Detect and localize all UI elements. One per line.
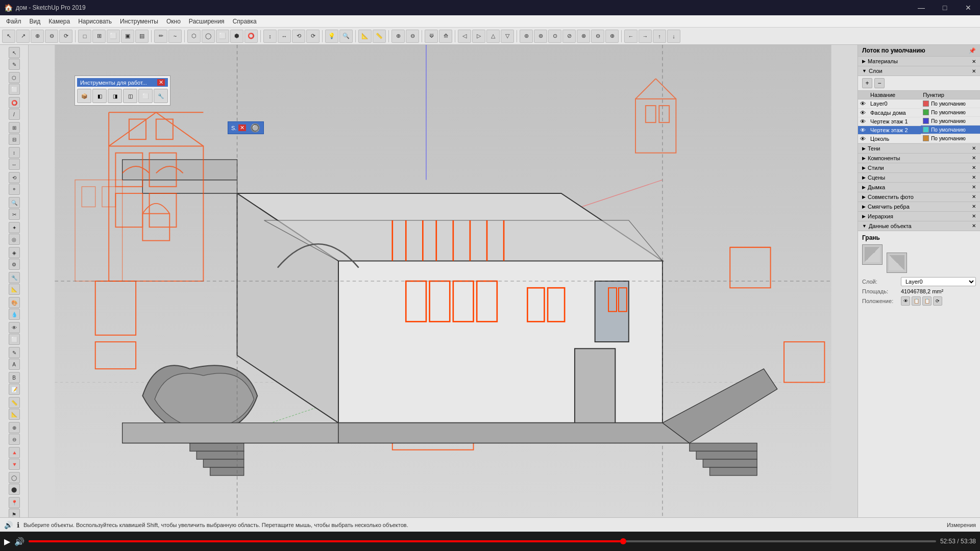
- ft-tool-6[interactable]: 🔧: [154, 89, 168, 103]
- status-speaker-icon[interactable]: 🔊: [4, 521, 13, 529]
- left-tool-7[interactable]: ⊟: [9, 134, 20, 145]
- close-section-soften-edges[interactable]: ✕: [972, 204, 976, 209]
- layer-row[interactable]: 👁 Цоколь По умолчанию: [858, 134, 980, 143]
- close-section-styles[interactable]: ✕: [972, 165, 976, 170]
- pin-icon[interactable]: 📌: [969, 47, 976, 54]
- close-section-fog[interactable]: ✕: [972, 184, 976, 190]
- ft-tool-5[interactable]: ⬜: [138, 89, 153, 103]
- layer-visibility-0[interactable]: 👁: [858, 99, 868, 109]
- close-section-match-photo[interactable]: ✕: [972, 194, 976, 199]
- color-swatch[interactable]: [923, 127, 929, 133]
- toolbar-btn-10[interactable]: ▤: [135, 30, 149, 43]
- toolbar-btn-52[interactable]: →: [639, 30, 652, 43]
- toolbar-btn-4[interactable]: ⟳: [59, 30, 72, 43]
- left-tool-26[interactable]: B: [9, 372, 20, 383]
- left-tool-27[interactable]: 📝: [9, 384, 20, 395]
- toolbar-btn-3[interactable]: ⊖: [45, 30, 58, 43]
- section-layers[interactable]: ▼ Слои ✕: [858, 66, 980, 76]
- left-tool-35[interactable]: ⬤: [9, 484, 20, 495]
- video-progress-bar[interactable]: [29, 540, 936, 542]
- left-tool-6[interactable]: ⊞: [9, 122, 20, 133]
- status-info-icon[interactable]: ℹ: [17, 521, 19, 529]
- left-tool-1[interactable]: ✎: [9, 59, 20, 70]
- left-tool-5[interactable]: /: [9, 109, 20, 120]
- toolbar-btn-8[interactable]: ⬜: [107, 30, 120, 43]
- section-hierarchy[interactable]: ▶ Иерархия ✕: [858, 212, 980, 221]
- scene-float-label[interactable]: S. ✕ 🔘: [228, 121, 264, 134]
- toolbar-btn-16[interactable]: ◯: [202, 30, 215, 43]
- toolbar-btn-15[interactable]: ⬡: [187, 30, 201, 43]
- toolbar-btn-13[interactable]: ~: [168, 30, 182, 43]
- floating-toolbar-close[interactable]: ✕: [157, 79, 165, 86]
- toolbar-btn-21[interactable]: ↕: [263, 30, 277, 43]
- left-tool-36[interactable]: 📍: [9, 497, 20, 508]
- ft-tool-1[interactable]: 📦: [77, 89, 91, 103]
- section-styles[interactable]: ▶ Стили ✕: [858, 163, 980, 173]
- toolbar-btn-18[interactable]: ⬢: [230, 30, 243, 43]
- left-tool-23[interactable]: ⬜: [9, 334, 20, 345]
- toolbar-btn-51[interactable]: ←: [624, 30, 638, 43]
- menu-item-окно[interactable]: Окно: [162, 17, 185, 26]
- toolbar-btn-45[interactable]: ⊙: [548, 30, 561, 43]
- left-tool-37[interactable]: ⚑: [9, 509, 20, 517]
- toolbar-btn-48[interactable]: ⊖: [591, 30, 604, 43]
- left-tool-25[interactable]: Α: [9, 359, 20, 370]
- close-section-object-data[interactable]: ✕: [972, 223, 976, 229]
- eye-icon[interactable]: 👁: [860, 110, 866, 116]
- toolbar-btn-0[interactable]: ↖: [2, 30, 15, 43]
- left-tool-15[interactable]: ◎: [9, 234, 20, 245]
- left-tool-28[interactable]: 📏: [9, 397, 20, 408]
- toolbar-btn-47[interactable]: ⊗: [577, 30, 590, 43]
- left-tool-4[interactable]: ⭕: [9, 97, 20, 108]
- toolbar-btn-46[interactable]: ⊘: [562, 30, 576, 43]
- toolbar-btn-6[interactable]: □: [78, 30, 91, 43]
- layer-row[interactable]: 👁 Фасады дома По умолчанию: [858, 108, 980, 117]
- color-swatch[interactable]: [923, 135, 929, 141]
- toolbar-btn-38[interactable]: ◁: [458, 30, 471, 43]
- toolbar-btn-29[interactable]: 📐: [358, 30, 372, 43]
- section-scenes[interactable]: ▶ Сцены ✕: [858, 173, 980, 183]
- left-tool-19[interactable]: 📐: [9, 284, 20, 295]
- color-swatch[interactable]: [923, 109, 929, 115]
- toolbar-btn-32[interactable]: ⊕: [391, 30, 405, 43]
- close-section-hierarchy[interactable]: ✕: [972, 213, 976, 219]
- left-tool-14[interactable]: ✦: [9, 222, 20, 233]
- toolbar-btn-36[interactable]: ⟰: [439, 30, 452, 43]
- viewport[interactable]: Инструменты для работ... ✕ 📦 ◧ ◨ ◫ ⬜ 🔧 S…: [29, 45, 857, 517]
- left-tool-32[interactable]: 🔺: [9, 447, 20, 458]
- toolbar-btn-2[interactable]: ⊕: [31, 30, 44, 43]
- section-materials[interactable]: ▶ Материалы ✕: [858, 57, 980, 66]
- toolbar-btn-39[interactable]: ▷: [472, 30, 485, 43]
- toolbar-btn-9[interactable]: ▣: [121, 30, 134, 43]
- section-match-photo[interactable]: ▶ Совместить фото ✕: [858, 192, 980, 202]
- layer-visibility-2[interactable]: 👁: [858, 117, 868, 126]
- pos-icon-copy1[interactable]: 📋: [912, 296, 921, 306]
- close-button[interactable]: ✕: [957, 0, 980, 15]
- left-tool-10[interactable]: ⟲: [9, 172, 20, 183]
- toolbar-btn-27[interactable]: 🔍: [339, 30, 353, 43]
- toolbar-btn-40[interactable]: △: [486, 30, 500, 43]
- eye-icon[interactable]: 👁: [860, 136, 866, 142]
- ft-tool-2[interactable]: ◧: [92, 89, 107, 103]
- section-fog[interactable]: ▶ Дымка ✕: [858, 183, 980, 192]
- section-object-data[interactable]: ▼ Данные объекта ✕: [858, 221, 980, 231]
- layer-select[interactable]: Layer0: [901, 277, 976, 286]
- toolbar-btn-17[interactable]: ⬜: [216, 30, 229, 43]
- toolbar-btn-26[interactable]: 💡: [325, 30, 338, 43]
- toolbar-btn-7[interactable]: ⊞: [92, 30, 106, 43]
- ft-tool-4[interactable]: ◫: [123, 89, 137, 103]
- toolbar-btn-24[interactable]: ⟳: [306, 30, 320, 43]
- section-shadows[interactable]: ▶ Тени ✕: [858, 144, 980, 154]
- toolbar-btn-43[interactable]: ⊛: [520, 30, 533, 43]
- layer-row[interactable]: 👁 Чертеж этаж 1 По умолчанию: [858, 117, 980, 126]
- left-tool-16[interactable]: ◈: [9, 247, 20, 258]
- left-tool-3[interactable]: ⬜: [9, 84, 20, 95]
- layer-visibility-1[interactable]: 👁: [858, 108, 868, 117]
- minimize-button[interactable]: —: [910, 0, 933, 15]
- toolbar-btn-49[interactable]: ⊕: [605, 30, 619, 43]
- eye-icon[interactable]: 👁: [860, 127, 866, 133]
- left-tool-18[interactable]: 🔧: [9, 272, 20, 283]
- left-tool-30[interactable]: ⊕: [9, 422, 20, 433]
- left-tool-0[interactable]: ↖: [9, 47, 20, 58]
- layer-visibility-4[interactable]: 👁: [858, 134, 868, 143]
